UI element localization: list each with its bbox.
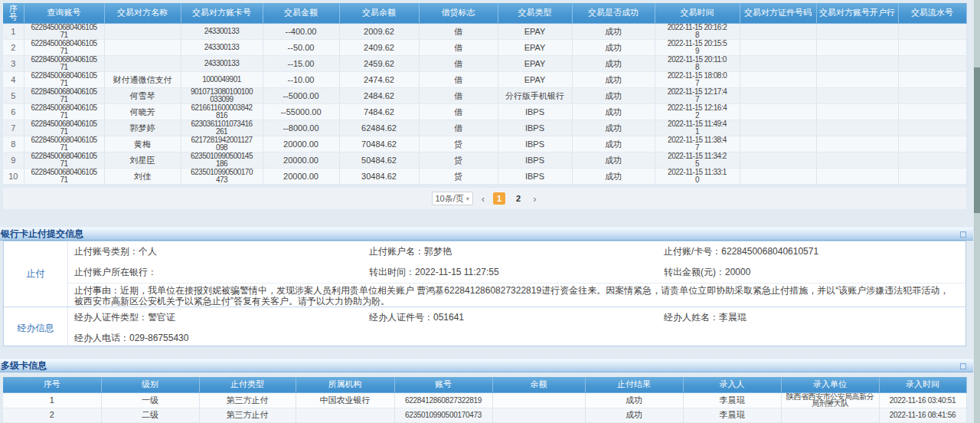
transaction-row[interactable]: 7 62284500680406105 71 郭梦婷 6230361101073… [3,120,966,136]
mc-cell-operator: 李晨琨 [683,392,781,408]
multi-card-row[interactable]: 1 一级 第三方止付 中国农业银行 6228412860827322819 成功… [3,392,966,408]
mc-col-header-stop-type[interactable]: 止付类型 [199,377,296,392]
pagination: 10条/页 ▾ ‹ 1 2 › [3,188,966,209]
cell-balance: 2459.62 [339,55,419,71]
cell-serial-number [898,120,966,136]
col-header-time[interactable]: 交易时间 [655,3,740,23]
page-button-2[interactable]: 2 [512,192,524,205]
mc-cell-level: 二级 [101,408,199,422]
cell-counterparty-bank [816,152,898,168]
cell-debit-credit-flag: 贷 [419,168,498,184]
mc-cell-balance [492,408,585,422]
mc-col-header-seq[interactable]: 序号 [3,377,101,392]
transaction-row[interactable]: 9 62284500680406105 71 刘星臣 6235010990500… [3,152,966,168]
transaction-row[interactable]: 6 62284500680406105 71 何晓芳 6216611600003… [3,103,966,120]
cell-time: 2022-11-15 11:49:4 1 [655,120,740,136]
cell-counterparty-bank [816,136,898,152]
cell-balance: 50484.62 [339,152,419,168]
prev-page-button[interactable]: ‹ [480,193,486,205]
col-header-success[interactable]: 交易是否成功 [572,3,655,23]
transaction-row[interactable]: 10 62284500680406105 71 刘佳 6235010990500… [3,168,966,184]
cell-time: 2022-11-15 20:16:2 8 [655,23,740,39]
cell-query-account: 62284500680406105 71 [24,120,104,136]
cell-counterparty-bank [816,87,898,103]
cell-serial-number [898,136,966,152]
mc-col-header-org[interactable]: 所属机构 [296,377,394,392]
cell-counterparty-id [740,136,816,152]
page-button-1[interactable]: 1 [493,192,505,205]
cell-counterparty-card: 6217281942001127 098 [181,136,263,152]
vertical-scrollbar[interactable] [974,0,980,423]
col-header-seq[interactable]: 序号 [3,3,24,23]
mc-col-header-result[interactable]: 止付结果 [585,377,683,392]
cell-query-account: 62284500680406105 71 [24,39,104,55]
multi-card-section-header[interactable]: 多级卡信息 [0,359,973,372]
col-header-serial-number[interactable]: 交易流水号 [898,3,966,23]
next-page-button[interactable]: › [531,193,537,205]
col-header-counterparty-bank[interactable]: 交易对方账号开户行 [816,3,898,23]
transaction-row[interactable]: 1 62284500680406105 71 243300133 --400.0… [3,23,966,39]
col-header-counterparty-card[interactable]: 交易对方账卡号 [181,3,263,23]
cell-query-account: 62284500680406105 71 [24,168,104,184]
col-header-debit-credit-flag[interactable]: 借贷标志 [419,3,498,23]
stop-payment-panel: 止付 止付账号类别：个人 止付账户名：郭梦艳 止付账/卡号：6228450068… [3,241,966,346]
col-header-query-account[interactable]: 查询账号 [24,3,104,23]
mc-cell-balance [492,392,585,408]
transaction-row[interactable]: 5 62284500680406105 71 何雪琴 9010713080100… [3,87,966,103]
cell-counterparty-id [740,39,816,55]
cell-query-account: 62284500680406105 71 [24,87,104,103]
cell-time: 2022-11-15 11:33:1 0 [655,168,740,184]
cell-serial-number [898,168,966,184]
col-header-counterparty-name[interactable]: 交易对方名称 [104,3,181,23]
transactions-header-row: 序号 查询账号 交易对方名称 交易对方账卡号 交易金额 交易余额 借贷标志 交易… [3,3,966,23]
cell-counterparty-name [104,39,181,55]
cell-amount: 20000.00 [263,168,339,184]
cell-balance: 2009.62 [339,23,419,39]
multi-card-header-row: 序号 级别 止付类型 所属机构 账号 余额 止付结果 录入人 录入单位 录入时间 [3,377,966,392]
mc-cell-time: 2022-11-16 08:41:56 [879,408,966,422]
cell-serial-number [898,152,966,168]
multi-card-row[interactable]: 2 二级 第三方止付 6235010990500170473 成功 李晨琨 20… [3,408,966,422]
col-header-counterparty-id[interactable]: 交易对方证件号码 [740,3,816,23]
multi-card-table-container: 序号 级别 止付类型 所属机构 账号 余额 止付结果 录入人 录入单位 录入时间… [3,377,966,423]
mc-col-header-account[interactable]: 账号 [394,377,492,392]
col-header-transaction-type[interactable]: 交易类型 [498,3,572,23]
multi-card-section-title: 多级卡信息 [1,360,47,371]
cell-amount: --50.00 [263,39,339,55]
transaction-row[interactable]: 8 62284500680406105 71 黄梅 62172819420011… [3,136,966,152]
cell-amount: --55000.00 [263,103,339,120]
cell-seq: 10 [3,168,24,184]
transaction-row[interactable]: 3 62284500680406105 71 243300133 --15.00… [3,55,966,71]
scrollbar-thumb[interactable] [974,67,980,213]
mc-col-header-time[interactable]: 录入时间 [879,377,966,392]
stop-account-type: 止付账号类别：个人 [74,241,369,262]
mc-cell-operator: 李晨琨 [683,408,781,422]
mc-col-header-operator[interactable]: 录入人 [683,377,781,392]
mc-col-header-unit[interactable]: 录入单位 [781,377,879,392]
mc-cell-time: 2022-11-16 03:40:51 [879,392,966,408]
mc-cell-unit: 陕西省西安市公安局高新分 局刑警大队 [781,392,879,408]
cell-counterparty-bank [816,55,898,71]
cell-amount: --10.00 [263,71,339,87]
cell-balance: 7484.62 [339,103,419,120]
mc-col-header-balance[interactable]: 余额 [492,377,585,392]
transaction-row[interactable]: 2 62284500680406105 71 243300133 --50.00… [3,39,966,55]
cell-seq: 2 [3,39,24,55]
col-header-amount[interactable]: 交易金额 [263,3,339,23]
stop-payment-section-header[interactable]: 银行卡止付提交信息 [0,227,973,241]
cell-success: 成功 [572,71,655,87]
cell-debit-credit-flag: 借 [419,23,498,39]
cell-success: 成功 [572,23,655,39]
cell-amount: --400.00 [263,23,339,39]
cell-success: 成功 [572,87,655,103]
col-header-balance[interactable]: 交易余额 [339,3,419,23]
cell-success: 成功 [572,120,655,136]
collapse-icon[interactable] [960,363,966,369]
mc-col-header-level[interactable]: 级别 [101,377,199,392]
page-size-select[interactable]: 10条/页 ▾ [432,192,473,205]
cell-counterparty-card: 243300133 [181,23,263,39]
cell-counterparty-card: 243300133 [181,39,263,55]
transaction-row[interactable]: 4 62284500680406105 71 财付通微信支付 100004990… [3,71,966,87]
collapse-icon[interactable] [960,231,966,238]
cell-amount: 20000.00 [263,136,339,152]
